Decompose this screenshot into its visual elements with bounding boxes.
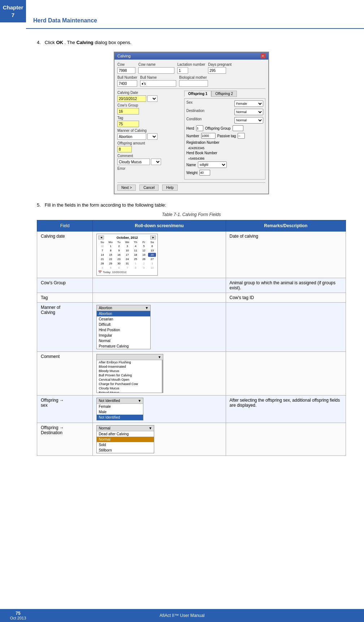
cal-day[interactable]: 12 [140,249,148,252]
comment-item-8[interactable]: Estrual Mucus [97,390,162,393]
comment-item-7[interactable]: Cloudy Mucus [97,386,162,390]
cal-day[interactable]: 25 [131,257,139,261]
sex-item-male[interactable]: Male [97,409,143,415]
cal-day[interactable]: 9 [115,249,123,252]
cal-day[interactable]: 14 [98,253,106,257]
manner-dd-selected[interactable]: Abortion ▼ [97,305,150,311]
cal-day[interactable]: 4 [131,244,139,248]
tab-offspring1[interactable]: Offspring 1 [184,91,211,97]
cal-day[interactable]: 9 [140,266,148,270]
manner-item-irregular[interactable]: Irregular [97,333,150,338]
comment-item-1[interactable]: After Embryo Flushing [97,360,162,364]
comment-item-4[interactable]: Bull Proven for Calving [97,373,162,377]
bio-mother-input[interactable] [179,80,208,87]
cal-day[interactable]: 23 [115,257,123,261]
cal-day[interactable]: 1 [131,262,139,265]
comment-item-5[interactable]: Cervical Mouth Open [97,377,162,382]
comment-item-3[interactable]: Bloody Mucus [97,369,162,373]
cal-day[interactable]: 8 [107,249,114,252]
offspring-amount-input[interactable] [117,146,132,152]
sex-item-female[interactable]: Female [97,404,143,409]
cal-day[interactable]: 30 [115,262,123,265]
cal-prev-button[interactable]: ◄ [98,236,104,239]
help-button[interactable]: Help [162,185,178,191]
cal-day[interactable]: 7 [98,249,106,252]
cow-input[interactable] [117,67,135,74]
cal-day[interactable]: 4 [98,266,106,270]
dest-item-normal[interactable]: Normal [97,437,154,442]
cal-day[interactable]: 29 [107,262,114,265]
cow-name-input[interactable] [138,67,174,74]
next-button[interactable]: Next > [117,185,136,191]
cal-day[interactable]: 5 [140,244,148,248]
cal-day[interactable]: 15 [107,253,114,257]
cal-day[interactable]: 19 [140,253,148,257]
manner-item-difficult[interactable]: Difficult [97,322,150,327]
dest-item-stillborn[interactable]: Stillborn [97,448,154,453]
cal-day[interactable]: 7 [123,266,131,270]
cal-day-today[interactable]: 20 [148,253,156,257]
cal-day[interactable]: 11 [131,249,139,252]
cal-day[interactable]: 24 [123,257,131,261]
manner-input[interactable] [117,133,146,140]
number-input[interactable] [201,133,216,139]
cal-day[interactable]: 21 [98,257,106,261]
manner-item-cesarian[interactable]: Cesarian [97,316,150,322]
tab-offspring2[interactable]: Offspring 2 [211,91,237,97]
cal-day[interactable]: 10 [148,266,156,270]
dialog-close-button[interactable]: ✕ [260,53,265,59]
cal-day[interactable]: 27 [148,257,156,261]
comment-input[interactable] [117,159,150,165]
cal-day[interactable]: 3 [123,244,131,248]
passive-tag-input[interactable] [238,133,245,139]
cal-day[interactable]: 26 [140,257,148,261]
cal-day[interactable]: 28 [98,262,106,265]
cal-day[interactable]: 8 [131,266,139,270]
comment-item-6[interactable]: Charge for Purchased Cow [97,382,162,386]
cal-day[interactable]: 6 [115,266,123,270]
cal-day[interactable]: 18 [131,253,139,257]
sex-dd-selected[interactable]: Not Identified ▼ [97,398,143,404]
name-select[interactable]: sdlgfd [198,161,227,168]
manner-item-abortion[interactable]: Abortion [97,311,150,316]
lactation-input[interactable] [177,67,188,74]
cal-day[interactable]: 13 [148,249,156,252]
cal-day[interactable]: 6 [148,244,156,248]
manner-item-hind[interactable]: Hind Position [97,327,150,333]
comment-select[interactable] [151,159,161,165]
cal-day[interactable]: 1 [107,244,114,248]
calving-date-select[interactable] [147,95,157,102]
calving-date-input[interactable] [117,95,146,102]
cal-day[interactable]: 10 [123,249,131,252]
dest-select[interactable]: Normal [234,109,263,115]
bull-number-input[interactable] [117,80,137,87]
cal-day[interactable]: 31 [123,262,131,265]
dest-dd-selected[interactable]: Normal ▼ [97,426,154,431]
bull-name-input[interactable] [140,80,176,87]
cows-group-input[interactable] [117,108,139,115]
manner-item-normal[interactable]: Normal [97,338,150,344]
cal-day[interactable]: 3 [148,262,156,265]
cond-select[interactable]: Normal [234,117,263,124]
cal-day[interactable]: 2 [115,244,123,248]
cancel-button[interactable]: Cancel [139,185,159,191]
manner-item-premature[interactable]: Premature Calving [97,344,150,349]
sex-select[interactable]: Female [234,100,263,107]
sex-item-not-identified[interactable]: Not Identified [97,415,143,420]
manner-select[interactable] [147,133,157,140]
tag-input[interactable] [117,121,139,127]
cal-day[interactable]: 16 [115,253,123,257]
cal-day[interactable]: 22 [107,257,114,261]
cal-day[interactable]: 17 [123,253,131,257]
herd-input[interactable] [196,125,203,131]
cal-day[interactable]: 5 [107,266,114,270]
offspring-group-input[interactable] [233,125,243,131]
cal-next-button[interactable]: ► [150,236,156,239]
weight-input[interactable] [199,170,210,176]
dest-item-dead[interactable]: Dead after Calving [97,431,154,437]
cal-day[interactable]: 2 [140,262,148,265]
dest-item-sold[interactable]: Sold [97,442,154,448]
days-pregnant-input[interactable] [208,67,226,74]
comment-dd-selected[interactable]: ▼ [97,354,163,360]
cal-day[interactable]: 30 [98,244,106,248]
